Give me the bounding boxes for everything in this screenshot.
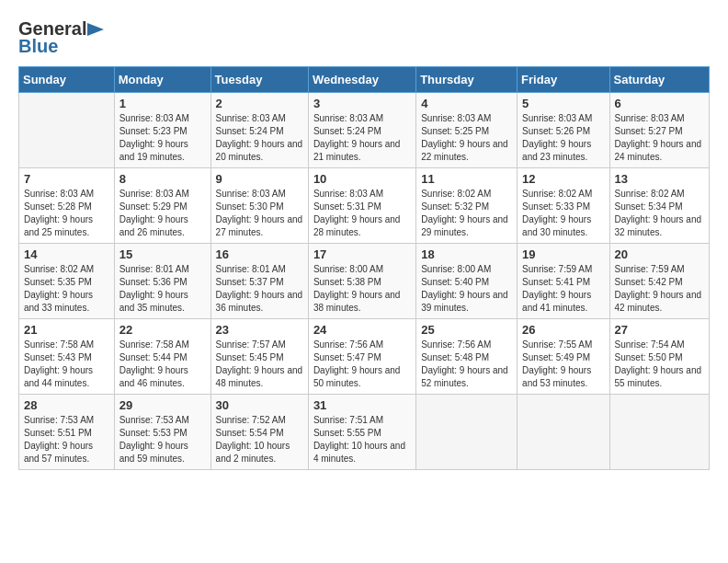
day-number: 6	[615, 97, 704, 110]
day-number: 1	[119, 97, 206, 110]
calendar-cell: 18Sunrise: 8:00 AMSunset: 5:40 PMDayligh…	[416, 244, 518, 319]
day-info: Sunrise: 8:03 AMSunset: 5:28 PMDaylight:…	[24, 188, 109, 239]
day-info: Sunrise: 8:03 AMSunset: 5:26 PMDaylight:…	[522, 112, 604, 164]
day-number: 4	[421, 97, 512, 110]
day-info: Sunrise: 8:03 AMSunset: 5:24 PMDaylight:…	[313, 112, 411, 164]
day-info: Sunrise: 8:02 AMSunset: 5:33 PMDaylight:…	[522, 188, 604, 239]
calendar-cell: 26Sunrise: 7:55 AMSunset: 5:49 PMDayligh…	[518, 319, 609, 395]
calendar-cell: 3Sunrise: 8:03 AMSunset: 5:24 PMDaylight…	[308, 93, 415, 168]
day-info: Sunrise: 8:02 AMSunset: 5:34 PMDaylight:…	[615, 188, 704, 239]
column-header-saturday: Saturday	[609, 67, 709, 93]
day-info: Sunrise: 7:57 AMSunset: 5:45 PMDaylight:…	[216, 339, 303, 390]
week-row-1: 1Sunrise: 8:03 AMSunset: 5:23 PMDaylight…	[19, 93, 710, 168]
calendar-table: SundayMondayTuesdayWednesdayThursdayFrid…	[18, 66, 710, 470]
logo: General Blue	[18, 18, 104, 57]
day-info: Sunrise: 7:59 AMSunset: 5:42 PMDaylight:…	[615, 263, 704, 315]
calendar-cell: 15Sunrise: 8:01 AMSunset: 5:36 PMDayligh…	[114, 244, 210, 319]
calendar-cell: 8Sunrise: 8:03 AMSunset: 5:29 PMDaylight…	[114, 168, 210, 244]
day-info: Sunrise: 7:58 AMSunset: 5:43 PMDaylight:…	[24, 339, 109, 390]
day-info: Sunrise: 7:53 AMSunset: 5:53 PMDaylight:…	[119, 414, 206, 465]
calendar-cell: 17Sunrise: 8:00 AMSunset: 5:38 PMDayligh…	[308, 244, 415, 319]
logo-blue-text: Blue	[18, 36, 58, 57]
day-number: 28	[24, 398, 109, 412]
day-number: 21	[24, 323, 109, 337]
day-info: Sunrise: 8:03 AMSunset: 5:29 PMDaylight:…	[119, 188, 206, 239]
calendar-cell: 10Sunrise: 8:03 AMSunset: 5:31 PMDayligh…	[308, 168, 415, 244]
day-info: Sunrise: 7:51 AMSunset: 5:55 PMDaylight:…	[313, 414, 411, 465]
calendar-cell: 2Sunrise: 8:03 AMSunset: 5:24 PMDaylight…	[210, 93, 308, 168]
calendar-cell: 22Sunrise: 7:58 AMSunset: 5:44 PMDayligh…	[114, 319, 210, 395]
calendar-cell: 28Sunrise: 7:53 AMSunset: 5:51 PMDayligh…	[19, 395, 115, 470]
day-number: 26	[522, 323, 604, 337]
calendar-cell: 25Sunrise: 7:56 AMSunset: 5:48 PMDayligh…	[416, 319, 518, 395]
day-number: 11	[421, 172, 512, 186]
day-number: 29	[119, 398, 206, 412]
day-info: Sunrise: 7:53 AMSunset: 5:51 PMDaylight:…	[24, 414, 109, 465]
calendar-cell: 27Sunrise: 7:54 AMSunset: 5:50 PMDayligh…	[609, 319, 709, 395]
calendar-cell: 21Sunrise: 7:58 AMSunset: 5:43 PMDayligh…	[19, 319, 115, 395]
calendar-cell: 11Sunrise: 8:02 AMSunset: 5:32 PMDayligh…	[416, 168, 518, 244]
day-info: Sunrise: 8:03 AMSunset: 5:25 PMDaylight:…	[421, 112, 512, 164]
calendar-cell: 16Sunrise: 8:01 AMSunset: 5:37 PMDayligh…	[210, 244, 308, 319]
calendar-cell: 14Sunrise: 8:02 AMSunset: 5:35 PMDayligh…	[19, 244, 115, 319]
calendar-cell: 24Sunrise: 7:56 AMSunset: 5:47 PMDayligh…	[308, 319, 415, 395]
day-info: Sunrise: 7:56 AMSunset: 5:47 PMDaylight:…	[313, 339, 411, 390]
day-info: Sunrise: 8:02 AMSunset: 5:32 PMDaylight:…	[421, 188, 512, 239]
day-info: Sunrise: 8:03 AMSunset: 5:30 PMDaylight:…	[216, 188, 303, 239]
day-info: Sunrise: 7:55 AMSunset: 5:49 PMDaylight:…	[522, 339, 604, 390]
day-number: 7	[24, 172, 109, 186]
day-number: 15	[119, 247, 206, 261]
header-row: SundayMondayTuesdayWednesdayThursdayFrid…	[19, 67, 710, 93]
day-info: Sunrise: 8:03 AMSunset: 5:27 PMDaylight:…	[615, 112, 704, 164]
column-header-thursday: Thursday	[416, 67, 518, 93]
calendar-cell: 7Sunrise: 8:03 AMSunset: 5:28 PMDaylight…	[19, 168, 115, 244]
calendar-cell: 29Sunrise: 7:53 AMSunset: 5:53 PMDayligh…	[114, 395, 210, 470]
day-number: 31	[313, 398, 411, 412]
calendar-cell: 31Sunrise: 7:51 AMSunset: 5:55 PMDayligh…	[308, 395, 415, 470]
calendar-cell: 19Sunrise: 7:59 AMSunset: 5:41 PMDayligh…	[518, 244, 609, 319]
day-number: 23	[216, 323, 303, 337]
column-header-friday: Friday	[518, 67, 609, 93]
day-info: Sunrise: 7:58 AMSunset: 5:44 PMDaylight:…	[119, 339, 206, 390]
day-number: 19	[522, 247, 604, 261]
calendar-cell: 5Sunrise: 8:03 AMSunset: 5:26 PMDaylight…	[518, 93, 609, 168]
page-header: General Blue	[18, 18, 710, 57]
day-number: 12	[522, 172, 604, 186]
calendar-cell: 30Sunrise: 7:52 AMSunset: 5:54 PMDayligh…	[210, 395, 308, 470]
day-number: 10	[313, 172, 411, 186]
day-info: Sunrise: 8:03 AMSunset: 5:23 PMDaylight:…	[119, 112, 206, 164]
calendar-cell: 4Sunrise: 8:03 AMSunset: 5:25 PMDaylight…	[416, 93, 518, 168]
day-number: 14	[24, 247, 109, 261]
day-info: Sunrise: 7:54 AMSunset: 5:50 PMDaylight:…	[615, 339, 704, 390]
week-row-4: 21Sunrise: 7:58 AMSunset: 5:43 PMDayligh…	[19, 319, 710, 395]
day-number: 8	[119, 172, 206, 186]
day-number: 13	[615, 172, 704, 186]
day-number: 27	[615, 323, 704, 337]
week-row-2: 7Sunrise: 8:03 AMSunset: 5:28 PMDaylight…	[19, 168, 710, 244]
column-header-monday: Monday	[114, 67, 210, 93]
column-header-wednesday: Wednesday	[308, 67, 415, 93]
day-number: 16	[216, 247, 303, 261]
calendar-cell: 1Sunrise: 8:03 AMSunset: 5:23 PMDaylight…	[114, 93, 210, 168]
week-row-3: 14Sunrise: 8:02 AMSunset: 5:35 PMDayligh…	[19, 244, 710, 319]
day-info: Sunrise: 8:02 AMSunset: 5:35 PMDaylight:…	[24, 263, 109, 315]
day-number: 25	[421, 323, 512, 337]
day-info: Sunrise: 7:52 AMSunset: 5:54 PMDaylight:…	[216, 414, 303, 465]
day-number: 22	[119, 323, 206, 337]
day-number: 20	[615, 247, 704, 261]
day-number: 3	[313, 97, 411, 110]
svg-marker-0	[87, 23, 104, 36]
day-number: 30	[216, 398, 303, 412]
column-header-tuesday: Tuesday	[210, 67, 308, 93]
day-info: Sunrise: 8:01 AMSunset: 5:36 PMDaylight:…	[119, 263, 206, 315]
day-number: 5	[522, 97, 604, 110]
calendar-cell: 6Sunrise: 8:03 AMSunset: 5:27 PMDaylight…	[609, 93, 709, 168]
day-number: 9	[216, 172, 303, 186]
day-number: 2	[216, 97, 303, 110]
day-info: Sunrise: 8:03 AMSunset: 5:24 PMDaylight:…	[216, 112, 303, 164]
logo-triangle-icon	[87, 23, 104, 36]
day-number: 24	[313, 323, 411, 337]
calendar-cell	[416, 395, 518, 470]
day-info: Sunrise: 8:00 AMSunset: 5:40 PMDaylight:…	[421, 263, 512, 315]
week-row-5: 28Sunrise: 7:53 AMSunset: 5:51 PMDayligh…	[19, 395, 710, 470]
